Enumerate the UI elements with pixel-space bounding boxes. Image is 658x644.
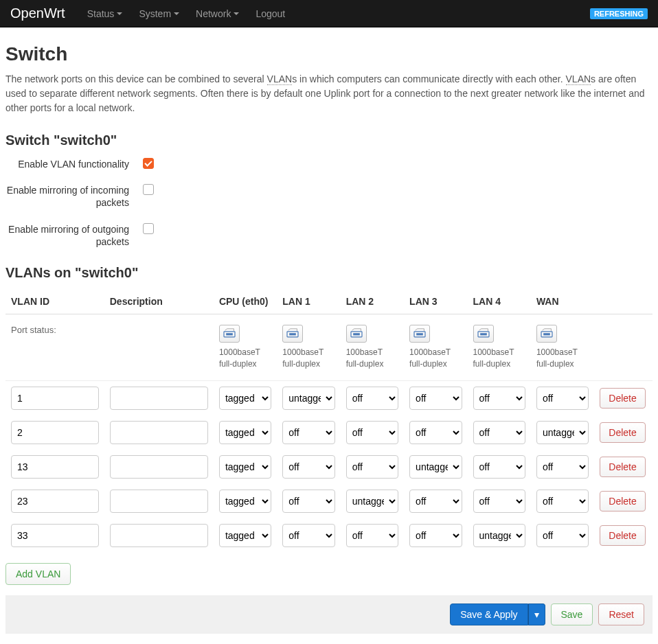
col-header: LAN 4 bbox=[468, 289, 531, 314]
nav-network[interactable]: Network bbox=[188, 8, 247, 19]
port-mode-select[interactable]: taggeduntaggedoff bbox=[409, 490, 462, 513]
port-mode-select[interactable]: taggeduntaggedoff bbox=[536, 490, 589, 513]
port-mode-select[interactable]: taggeduntaggedoff bbox=[409, 387, 462, 410]
navbar: OpenWrt StatusSystemNetworkLogout REFRES… bbox=[0, 0, 658, 27]
ethernet-port-icon bbox=[346, 325, 367, 343]
vlan-table: VLAN IDDescriptionCPU (eth0)LAN 1LAN 2LA… bbox=[5, 289, 653, 553]
svg-rect-1 bbox=[226, 333, 233, 335]
vlan-id-input[interactable] bbox=[11, 524, 99, 547]
port-mode-select[interactable]: taggeduntaggedoff bbox=[219, 490, 271, 513]
chevron-down-icon bbox=[117, 12, 122, 15]
vlan-id-input[interactable] bbox=[11, 490, 99, 513]
save-button[interactable]: Save bbox=[551, 603, 593, 625]
port-mode-select[interactable]: taggeduntaggedoff bbox=[409, 524, 462, 547]
svg-rect-9 bbox=[480, 333, 487, 335]
reset-button[interactable]: Reset bbox=[598, 603, 644, 625]
delete-button[interactable]: Delete bbox=[600, 457, 645, 477]
vlan-id-input[interactable] bbox=[11, 421, 99, 444]
nav-status[interactable]: Status bbox=[79, 8, 131, 19]
col-header: LAN 1 bbox=[277, 289, 340, 314]
port-mode-select[interactable]: taggeduntaggedoff bbox=[409, 421, 462, 444]
svg-rect-11 bbox=[543, 333, 550, 335]
port-mode-select[interactable]: taggeduntaggedoff bbox=[282, 490, 334, 513]
port-status-cell: 100baseTfull-duplex bbox=[341, 314, 404, 380]
svg-rect-3 bbox=[289, 333, 296, 335]
port-mode-select[interactable]: taggeduntaggedoff bbox=[282, 421, 334, 444]
port-mode-select[interactable]: taggeduntaggedoff bbox=[346, 421, 398, 444]
port-mode-select[interactable]: taggeduntaggedoff bbox=[536, 524, 589, 547]
col-header: Description bbox=[104, 289, 214, 314]
port-mode-select[interactable]: taggeduntaggedoff bbox=[346, 524, 398, 547]
port-mode-select[interactable]: taggeduntaggedoff bbox=[536, 387, 589, 410]
col-header: LAN 3 bbox=[404, 289, 467, 314]
port-mode-select[interactable]: taggeduntaggedoff bbox=[346, 455, 398, 479]
port-status-label: Port status: bbox=[5, 314, 214, 380]
switch-heading: Switch "switch0" bbox=[5, 133, 653, 148]
ethernet-port-icon bbox=[536, 325, 557, 343]
chevron-down-icon bbox=[174, 12, 179, 15]
port-mode-select[interactable]: taggeduntaggedoff bbox=[219, 524, 271, 547]
enable-vlan-checkbox[interactable] bbox=[143, 158, 154, 169]
svg-rect-5 bbox=[353, 333, 360, 335]
port-mode-select[interactable]: taggeduntaggedoff bbox=[346, 490, 398, 513]
save-apply-dropdown[interactable]: ▾ bbox=[528, 603, 545, 625]
delete-button[interactable]: Delete bbox=[600, 388, 645, 409]
table-row: taggeduntaggedofftaggeduntaggedofftagged… bbox=[5, 415, 653, 450]
enable-vlan-label: Enable VLAN functionality bbox=[5, 157, 143, 170]
port-mode-select[interactable]: taggeduntaggedoff bbox=[536, 421, 589, 444]
vlan-desc-input[interactable] bbox=[110, 387, 208, 410]
vlan-id-input[interactable] bbox=[11, 455, 99, 479]
svg-rect-7 bbox=[416, 333, 423, 335]
vlan-id-input[interactable] bbox=[11, 387, 99, 410]
vlan-desc-input[interactable] bbox=[110, 421, 208, 444]
delete-button[interactable]: Delete bbox=[600, 422, 645, 443]
port-status-cell: 1000baseTfull-duplex bbox=[531, 314, 594, 380]
port-mode-select[interactable]: taggeduntaggedoff bbox=[282, 455, 334, 479]
port-status-cell: 1000baseTfull-duplex bbox=[468, 314, 531, 380]
mirror-out-label: Enable mirroring of outgoing packets bbox=[5, 222, 143, 248]
port-mode-select[interactable]: taggeduntaggedoff bbox=[409, 455, 462, 479]
port-status-cell: 1000baseTfull-duplex bbox=[214, 314, 277, 380]
port-mode-select[interactable]: taggeduntaggedoff bbox=[219, 387, 271, 410]
mirror-in-checkbox[interactable] bbox=[143, 184, 154, 195]
col-header: VLAN ID bbox=[5, 289, 104, 314]
brand[interactable]: OpenWrt bbox=[10, 5, 65, 21]
port-mode-select[interactable]: taggeduntaggedoff bbox=[282, 524, 334, 547]
ethernet-port-icon bbox=[219, 325, 240, 343]
save-apply-button[interactable]: Save & Apply bbox=[450, 603, 527, 625]
table-row: taggeduntaggedofftaggeduntaggedofftagged… bbox=[5, 380, 653, 415]
vlan-abbr: VLAN bbox=[267, 73, 293, 85]
mirror-in-label: Enable mirroring of incoming packets bbox=[5, 183, 143, 209]
bottom-actions: Save & Apply ▾ Save Reset bbox=[5, 595, 653, 634]
nav-system[interactable]: System bbox=[131, 8, 188, 19]
port-mode-select[interactable]: taggeduntaggedoff bbox=[473, 490, 525, 513]
page-title: Switch bbox=[5, 43, 653, 65]
delete-button[interactable]: Delete bbox=[600, 525, 645, 546]
col-header: CPU (eth0) bbox=[214, 289, 277, 314]
port-mode-select[interactable]: taggeduntaggedoff bbox=[473, 421, 525, 444]
chevron-down-icon bbox=[234, 12, 239, 15]
delete-button[interactable]: Delete bbox=[600, 491, 645, 511]
port-status-cell: 1000baseTfull-duplex bbox=[404, 314, 467, 380]
port-mode-select[interactable]: taggeduntaggedoff bbox=[473, 455, 525, 479]
port-status-cell: 1000baseTfull-duplex bbox=[277, 314, 340, 380]
intro-text: The network ports on this device can be … bbox=[5, 72, 653, 115]
mirror-out-checkbox[interactable] bbox=[143, 223, 154, 234]
vlan-desc-input[interactable] bbox=[110, 524, 208, 547]
port-mode-select[interactable]: taggeduntaggedoff bbox=[346, 387, 398, 410]
vlan-desc-input[interactable] bbox=[110, 490, 208, 513]
vlan-abbr: VLAN bbox=[566, 73, 591, 85]
port-mode-select[interactable]: taggeduntaggedoff bbox=[473, 387, 525, 410]
vlan-desc-input[interactable] bbox=[110, 455, 208, 479]
port-mode-select[interactable]: taggeduntaggedoff bbox=[219, 421, 271, 444]
port-mode-select[interactable]: taggeduntaggedoff bbox=[536, 455, 589, 479]
vlans-heading: VLANs on "switch0" bbox=[5, 265, 653, 281]
table-row: taggeduntaggedofftaggeduntaggedofftagged… bbox=[5, 450, 653, 484]
nav-logout[interactable]: Logout bbox=[247, 8, 293, 19]
add-vlan-button[interactable]: Add VLAN bbox=[5, 563, 71, 585]
port-mode-select[interactable]: taggeduntaggedoff bbox=[282, 387, 334, 410]
port-mode-select[interactable]: taggeduntaggedoff bbox=[219, 455, 271, 479]
ethernet-port-icon bbox=[409, 325, 430, 343]
table-row: taggeduntaggedofftaggeduntaggedofftagged… bbox=[5, 484, 653, 518]
port-mode-select[interactable]: taggeduntaggedoff bbox=[473, 524, 525, 547]
